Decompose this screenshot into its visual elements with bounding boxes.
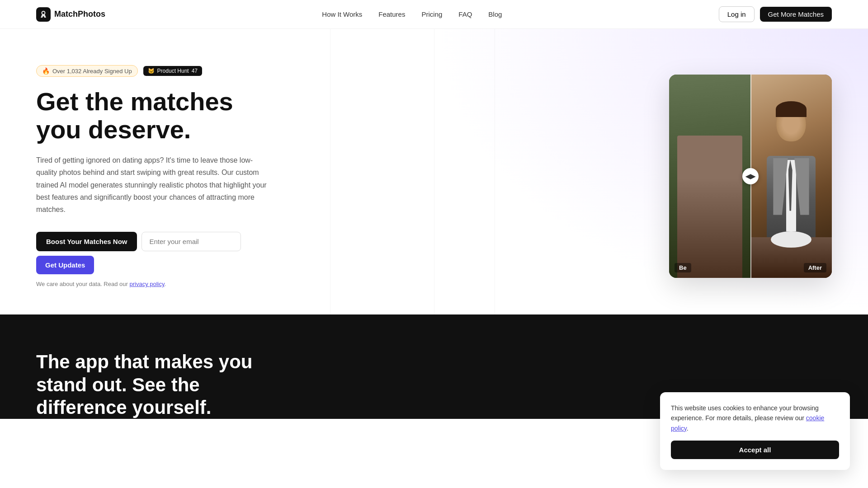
after-label: After bbox=[804, 263, 826, 272]
hero-content: 🔥 Over 1,032 Already Signed Up 🐱 Product… bbox=[36, 65, 271, 287]
nav-blog[interactable]: Blog bbox=[488, 10, 502, 18]
dark-section-title: The app that makes you stand out. See th… bbox=[36, 351, 262, 419]
after-image: After bbox=[750, 75, 832, 278]
dark-title-line1: The app that makes you stand out. See th… bbox=[36, 351, 252, 395]
hero-privacy: We care about your data. Read our privac… bbox=[36, 281, 271, 287]
get-updates-button[interactable]: Get Updates bbox=[36, 256, 94, 274]
privacy-text: We care about your data. Read our bbox=[36, 281, 129, 287]
hero-image-compare: Be bbox=[669, 75, 832, 278]
cookie-message: This website uses cookies to enhance you… bbox=[671, 403, 839, 419]
navbar: MatchPhotos How It Works Features Pricin… bbox=[0, 0, 868, 29]
logo-icon bbox=[36, 7, 51, 22]
login-button[interactable]: Log in bbox=[719, 6, 755, 22]
nav-features[interactable]: Features bbox=[378, 10, 405, 18]
before-label: Be bbox=[675, 263, 691, 272]
ph-cat-icon: 🐱 bbox=[148, 68, 155, 74]
boost-button[interactable]: Boost Your Matches Now bbox=[36, 232, 137, 251]
signed-up-badge: 🔥 Over 1,032 Already Signed Up bbox=[36, 65, 138, 77]
hero-title-line2: you deserve. bbox=[36, 115, 191, 144]
nav-links: How It Works Features Pricing FAQ Blog bbox=[322, 10, 502, 18]
hero-form: Boost Your Matches Now Get Updates bbox=[36, 232, 271, 274]
hero-section: 🔥 Over 1,032 Already Signed Up 🐱 Product… bbox=[0, 29, 868, 314]
compare-handle[interactable]: ◀▶ bbox=[742, 168, 759, 184]
before-image: Be bbox=[669, 75, 750, 278]
cookie-banner: This website uses cookies to enhance you… bbox=[660, 392, 850, 419]
dark-title-line2: difference yourself. bbox=[36, 397, 211, 418]
get-more-matches-button[interactable]: Get More Matches bbox=[760, 7, 832, 22]
ph-number: 47 bbox=[192, 68, 198, 74]
hero-badges: 🔥 Over 1,032 Already Signed Up 🐱 Product… bbox=[36, 65, 271, 77]
before-after-slider[interactable]: Be bbox=[669, 75, 832, 278]
nav-actions: Log in Get More Matches bbox=[719, 6, 832, 22]
fire-icon: 🔥 bbox=[42, 67, 50, 75]
compare-arrows-icon: ◀▶ bbox=[745, 173, 755, 180]
signed-up-text: Over 1,032 Already Signed Up bbox=[52, 68, 132, 75]
svg-point-1 bbox=[42, 12, 45, 14]
email-input[interactable] bbox=[142, 232, 241, 251]
hero-title: Get the matches you deserve. bbox=[36, 88, 271, 143]
hero-description: Tired of getting ignored on dating apps?… bbox=[36, 154, 271, 216]
hero-title-line1: Get the matches bbox=[36, 87, 233, 116]
ph-label: Product Hunt bbox=[157, 68, 189, 74]
cookie-text-content: This website uses cookies to enhance you… bbox=[671, 404, 819, 419]
nav-how-it-works[interactable]: How It Works bbox=[322, 10, 362, 18]
product-hunt-badge[interactable]: 🐱 Product Hunt 47 bbox=[143, 66, 202, 76]
logo-text: MatchPhotos bbox=[54, 9, 105, 19]
nav-pricing[interactable]: Pricing bbox=[421, 10, 442, 18]
nav-faq[interactable]: FAQ bbox=[458, 10, 472, 18]
privacy-link[interactable]: privacy policy bbox=[129, 281, 164, 287]
logo[interactable]: MatchPhotos bbox=[36, 7, 105, 22]
